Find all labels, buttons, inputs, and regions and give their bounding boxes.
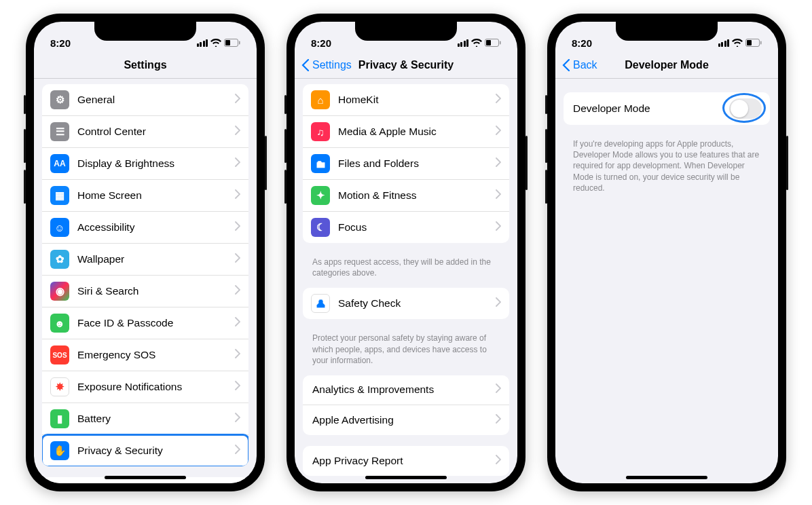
back-label: Settings [312,59,352,71]
row-label: Safety Check [338,297,496,310]
row-label: Control Center [77,126,235,138]
devmode-footer: If you're developing apps for Apple prod… [564,136,770,203]
runner-icon: ✦ [311,186,330,205]
footer-safety-text: Protect your personal safety by staying … [303,330,509,375]
page-title: Privacy & Security [358,59,454,71]
row-label: Emergency SOS [77,349,235,361]
chevron-right-icon [496,221,501,233]
privacy-report-group: App Privacy Report [303,446,509,476]
row-safety-check[interactable]: 👤︎ Safety Check [303,288,509,319]
svg-rect-1 [225,40,230,45]
chevron-right-icon [235,126,240,138]
row-label: Motion & Fitness [338,189,496,202]
row-label: Battery [77,413,235,425]
sos-icon: SOS [50,345,69,364]
home-indicator[interactable] [365,476,447,479]
status-time: 8:20 [50,37,71,49]
footer-access-text: As apps request access, they will be add… [303,254,509,288]
phone-privacy: 8:20 Settings Privacy & Security ⌂ HomeK… [287,14,525,491]
row-media-apple-music[interactable]: ♫ Media & Apple Music [303,116,509,148]
row-label: HomeKit [338,94,496,106]
svg-rect-2 [239,41,240,45]
back-button[interactable]: Back [562,59,597,71]
chevron-right-icon [235,94,240,106]
row-label: Accessibility [77,221,235,233]
row-battery[interactable]: ▮ Battery [42,403,248,435]
row-label: Privacy & Security [77,445,235,457]
row-display-brightness[interactable]: AA Display & Brightness [42,148,248,180]
svg-rect-7 [747,40,752,45]
row-files-folders[interactable]: 🖿 Files and Folders [303,148,509,180]
status-time: 8:20 [311,37,331,49]
devmode-group: Developer Mode [564,92,770,125]
chevron-right-icon [496,297,501,310]
row-label: Developer Mode [573,102,729,115]
svg-rect-5 [500,41,501,45]
chevron-right-icon [235,317,240,329]
chevron-right-icon [496,157,501,170]
home-indicator[interactable] [105,476,186,479]
chevron-right-icon [235,189,240,202]
row-focus[interactable]: ☾ Focus [303,212,509,243]
row-accessibility[interactable]: ☺︎ Accessibility [42,212,248,244]
row-general[interactable]: ⚙︎ General [42,84,248,116]
accessibility-icon: ☺︎ [50,218,69,237]
row-developer-mode-toggle: Developer Mode [564,92,770,125]
row-label: General [77,94,235,106]
row-motion-fitness[interactable]: ✦ Motion & Fitness [303,180,509,212]
battery-icon: ▮ [50,409,69,428]
row-privacy-security[interactable]: ✋ Privacy & Security [42,435,248,466]
moon-icon: ☾ [311,218,330,237]
row-wallpaper[interactable]: ✿ Wallpaper [42,244,248,276]
row-label: Files and Folders [338,157,496,170]
row-face-id[interactable]: ☻ Face ID & Passcode [42,307,248,339]
music-icon: ♫ [311,122,330,141]
row-homekit[interactable]: ⌂ HomeKit [303,84,509,116]
chevron-right-icon [496,189,501,202]
notch [94,22,196,41]
row-home-screen[interactable]: ▦ Home Screen [42,180,248,212]
chevron-right-icon [235,381,240,393]
chevron-right-icon [235,157,240,170]
svg-rect-4 [486,40,491,45]
row-label: Home Screen [77,189,235,202]
folder-icon: 🖿 [311,154,330,173]
page-title: Settings [124,59,166,71]
chevron-right-icon [235,221,240,233]
settings-group-1: ⚙︎ General ☰ Control Center AA Display &… [42,84,248,466]
row-exposure-notifications[interactable]: ✸ Exposure Notifications [42,371,248,403]
row-label: Apple Advertising [312,414,496,426]
text-size-icon: AA [50,154,69,173]
nav-bar: Settings Privacy & Security [295,52,517,79]
row-label: Wallpaper [77,253,235,265]
row-control-center[interactable]: ☰ Control Center [42,116,248,148]
analytics-group: Analytics & Improvements Apple Advertisi… [303,375,509,435]
row-analytics[interactable]: Analytics & Improvements [303,375,509,405]
chevron-right-icon [235,413,240,425]
row-emergency-sos[interactable]: SOS Emergency SOS [42,339,248,371]
privacy-apps-group: ⌂ HomeKit ♫ Media & Apple Music 🖿 Files … [303,84,509,243]
back-button[interactable]: Settings [301,59,352,71]
battery-icon [745,37,762,49]
home-indicator[interactable] [626,476,707,479]
row-apple-advertising[interactable]: Apple Advertising [303,405,509,435]
row-siri-search[interactable]: ◉ Siri & Search [42,276,248,307]
chevron-left-icon [301,59,310,71]
safety-group: 👤︎ Safety Check [303,288,509,319]
chevron-right-icon [235,349,240,361]
notch [616,22,718,41]
row-label: Focus [338,221,496,233]
status-time: 8:20 [572,37,592,49]
chevron-right-icon [496,414,501,426]
battery-icon [485,37,501,49]
row-label: App Privacy Report [312,455,496,467]
row-app-privacy-report[interactable]: App Privacy Report [303,446,509,476]
chevron-right-icon [235,285,240,297]
svg-rect-8 [760,41,762,45]
chevron-right-icon [496,126,501,138]
phone-settings: 8:20 Settings ⚙︎ General ☰ Control Cente… [26,14,265,491]
back-label: Back [573,59,597,71]
cellular-icon [197,39,208,47]
home-icon: ⌂ [311,90,330,109]
cellular-icon [458,39,469,47]
